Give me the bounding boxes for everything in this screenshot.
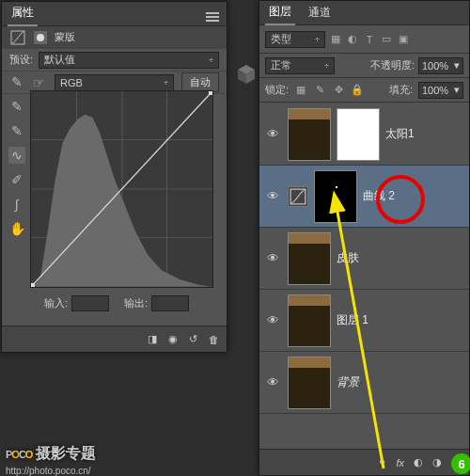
input-field[interactable] bbox=[71, 295, 109, 311]
visibility-icon[interactable]: 👁 bbox=[263, 313, 282, 327]
layer-mask-thumb[interactable] bbox=[337, 108, 380, 161]
layer-thumb[interactable] bbox=[288, 294, 331, 347]
properties-panel: 属性 蒙版 预设: 默认值÷ ☞ RGB÷ 自动 ✎ ✎ ✎ ∿ ✐ ∫ ✋ bbox=[1, 1, 227, 353]
layer-row[interactable]: 👁 曲线 2 bbox=[259, 166, 469, 228]
lock-label: 锁定: bbox=[265, 83, 289, 97]
filter-adjust-icon[interactable]: ◐ bbox=[346, 33, 359, 46]
eyedropper-white-icon[interactable]: ✎ bbox=[8, 122, 25, 139]
preset-select[interactable]: 默认值÷ bbox=[39, 52, 219, 69]
adjustment-layer-icon[interactable]: ◑ bbox=[432, 456, 442, 468]
trash-icon[interactable]: 🗑 bbox=[209, 334, 219, 345]
svg-point-2 bbox=[37, 34, 44, 41]
layers-list: 👁 太阳1 👁 曲线 2 👁 皮肤 👁 图层 1 bbox=[259, 103, 469, 449]
filter-pixel-icon[interactable]: ▦ bbox=[329, 33, 342, 46]
lock-transparent-icon[interactable]: ▦ bbox=[294, 84, 307, 97]
adjustment-title: 蒙版 bbox=[55, 30, 75, 44]
layer-name[interactable]: 图层 1 bbox=[337, 312, 368, 328]
filter-kind-select[interactable]: 类型÷ bbox=[265, 31, 325, 48]
layers-footer: ⚭ fx ◐ ◑ 🗀 bbox=[259, 449, 469, 475]
layer-thumb[interactable] bbox=[288, 108, 331, 161]
clip-to-layer-icon[interactable]: ◨ bbox=[148, 333, 157, 345]
layers-panel: 图层 通道 类型÷ ▦ ◐ T ▭ ▣ 正常÷ 不透明度: 100%▾ 锁定: … bbox=[258, 0, 470, 476]
lock-all-icon[interactable]: 🔒 bbox=[351, 84, 364, 97]
curve-pencil-tool-icon[interactable]: ✐ bbox=[8, 171, 25, 188]
layer-name[interactable]: 背景 bbox=[337, 374, 359, 390]
lock-fill-row: 锁定: ▦ ✎ ✥ 🔒 填充: 100%▾ bbox=[259, 78, 469, 103]
adjustment-type-row: 蒙版 bbox=[2, 26, 227, 49]
preset-label: 预设: bbox=[9, 53, 33, 67]
reset-icon[interactable]: ↺ bbox=[189, 333, 197, 345]
curve-point-tool-icon[interactable]: ∿ bbox=[8, 147, 25, 164]
blend-mode-select[interactable]: 正常÷ bbox=[265, 57, 335, 74]
auto-button[interactable]: 自动 bbox=[181, 72, 219, 92]
fill-field[interactable]: 100%▾ bbox=[418, 82, 463, 99]
adjustment-thumb[interactable] bbox=[288, 186, 308, 207]
lock-position-icon[interactable]: ✥ bbox=[332, 84, 345, 97]
curves-io-readout: 输入: 输出: bbox=[44, 295, 189, 311]
link-layers-icon[interactable]: ⚭ bbox=[378, 456, 386, 468]
output-field[interactable] bbox=[151, 295, 189, 311]
layer-name[interactable]: 皮肤 bbox=[337, 250, 359, 266]
tab-properties[interactable]: 属性 bbox=[8, 1, 38, 26]
layer-filter-row: 类型÷ ▦ ◐ T ▭ ▣ bbox=[259, 25, 469, 54]
filter-type-icon[interactable]: T bbox=[363, 33, 376, 46]
cube-icon[interactable] bbox=[237, 64, 256, 85]
layer-row[interactable]: 👁 太阳1 bbox=[259, 103, 469, 166]
output-label: 输出: bbox=[124, 296, 148, 310]
tab-channels[interactable]: 通道 bbox=[305, 1, 335, 24]
visibility-icon[interactable]: 👁 bbox=[263, 127, 282, 141]
hand-icon[interactable]: ✋ bbox=[8, 220, 25, 237]
visibility-icon[interactable]: 👁 bbox=[263, 189, 282, 203]
visibility-icon[interactable]: 👁 bbox=[263, 251, 282, 265]
watermark-url: http://photo.poco.cn/ bbox=[6, 466, 91, 476]
eyedropper-gray-icon[interactable]: ✎ bbox=[8, 98, 25, 115]
blend-opacity-row: 正常÷ 不透明度: 100%▾ bbox=[259, 54, 469, 78]
opacity-label: 不透明度: bbox=[370, 58, 415, 72]
svg-rect-12 bbox=[209, 91, 212, 95]
eyedropper-black-icon[interactable]: ✎ bbox=[8, 73, 25, 90]
filter-smart-icon[interactable]: ▣ bbox=[397, 33, 410, 46]
layer-row[interactable]: 👁 皮肤 bbox=[259, 228, 469, 290]
finger-scrub-icon[interactable]: ☞ bbox=[30, 74, 47, 91]
layer-row[interactable]: 👁 图层 1 bbox=[259, 290, 469, 352]
green-badge: 6 bbox=[451, 453, 470, 474]
properties-tabs: 属性 bbox=[2, 2, 227, 26]
visibility-icon[interactable]: 👁 bbox=[263, 375, 282, 389]
layer-name[interactable]: 太阳1 bbox=[385, 126, 415, 142]
layer-thumb[interactable] bbox=[288, 232, 331, 285]
fx-icon[interactable]: fx bbox=[396, 457, 404, 468]
view-previous-icon[interactable]: ◉ bbox=[168, 333, 178, 345]
layer-mask-thumb[interactable] bbox=[314, 170, 357, 223]
properties-footer: ◨ ◉ ↺ 🗑 bbox=[2, 325, 227, 352]
mask-icon bbox=[32, 29, 49, 46]
fill-label: 填充: bbox=[389, 83, 413, 97]
lock-pixels-icon[interactable]: ✎ bbox=[313, 84, 326, 97]
svg-rect-11 bbox=[31, 283, 35, 287]
add-mask-icon[interactable]: ◐ bbox=[414, 456, 423, 468]
preset-row: 预设: 默认值÷ bbox=[2, 49, 227, 71]
panel-menu-icon[interactable] bbox=[206, 8, 221, 20]
layer-thumb[interactable] bbox=[288, 357, 331, 409]
tab-layers[interactable]: 图层 bbox=[265, 0, 295, 25]
layer-row[interactable]: 👁 背景 bbox=[259, 352, 469, 414]
layers-tabs: 图层 通道 bbox=[259, 1, 469, 25]
channel-select[interactable]: RGB÷ bbox=[55, 74, 174, 91]
watermark: POCO摄影专题 bbox=[6, 436, 96, 465]
opacity-field[interactable]: 100%▾ bbox=[418, 57, 463, 74]
input-label: 输入: bbox=[44, 296, 68, 310]
layer-name[interactable]: 曲线 2 bbox=[363, 188, 395, 204]
curves-adjustment-icon bbox=[9, 29, 26, 46]
filter-shape-icon[interactable]: ▭ bbox=[380, 33, 393, 46]
smooth-curve-icon[interactable]: ∫ bbox=[8, 196, 25, 213]
curves-graph[interactable] bbox=[30, 90, 213, 288]
curves-tool-strip: ✎ ✎ ✎ ∿ ✐ ∫ ✋ bbox=[7, 73, 27, 237]
